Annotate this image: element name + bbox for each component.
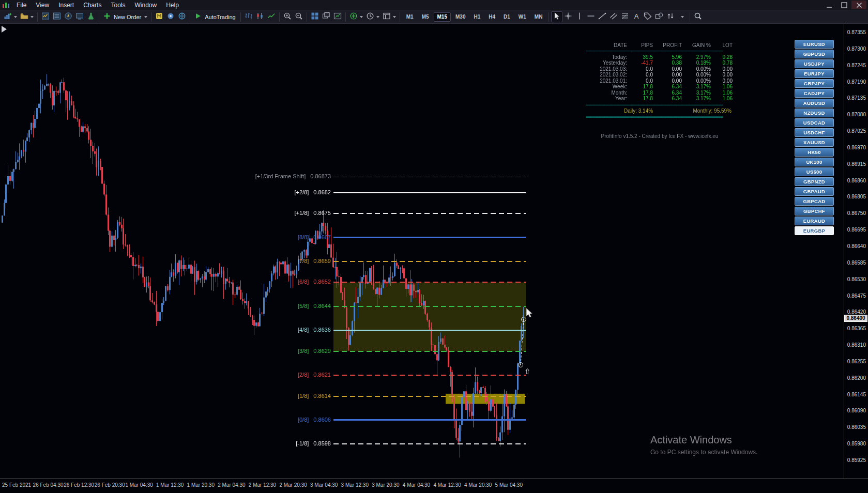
autotrading-button[interactable]: AutoTrading <box>192 11 238 22</box>
symbol-button-eurgbp[interactable]: EURGBP <box>795 226 834 235</box>
murrey-line-1-8[interactable] <box>333 443 526 444</box>
symbol-button-usdcad[interactable]: USDCAD <box>795 118 834 127</box>
murrey-line-1-8[interactable] <box>333 213 526 214</box>
symbol-button-usdchf[interactable]: USDCHF <box>795 128 834 137</box>
strategy-tester-button[interactable] <box>85 11 97 22</box>
text-button[interactable]: A <box>631 11 642 22</box>
candle-chart-button[interactable] <box>254 11 266 22</box>
zoom-in-button[interactable] <box>282 11 293 22</box>
timeframe-m5[interactable]: M5 <box>418 12 433 22</box>
close-button[interactable] <box>851 1 866 9</box>
symbol-button-audusd[interactable]: AUDUSD <box>795 99 834 107</box>
symbol-button-uk100[interactable]: UK100 <box>795 158 834 166</box>
arrow-up-marker[interactable]: ⇧ <box>524 367 531 376</box>
menu-file[interactable]: File <box>12 1 31 9</box>
timeframe-d1[interactable]: D1 <box>500 12 514 22</box>
cell: 1.06 <box>711 84 733 90</box>
navigator-button[interactable] <box>63 11 74 22</box>
symbol-button-gbpaud[interactable]: GBPAUD <box>795 187 834 196</box>
menu-help[interactable]: Help <box>161 1 184 9</box>
symbol-button-gbpusd[interactable]: GBPUSD <box>795 50 834 58</box>
indicators-button[interactable] <box>348 11 364 22</box>
terminal-button[interactable] <box>74 11 85 22</box>
symbol-button-eurjpy[interactable]: EURJPY <box>795 69 834 78</box>
templates-button[interactable] <box>381 11 398 22</box>
symbol-button-usdjpy[interactable]: USDJPY <box>795 59 834 68</box>
murrey-line-4-8[interactable] <box>333 330 526 331</box>
trendline-button[interactable] <box>597 11 608 22</box>
drawing-more-button[interactable] <box>676 11 688 22</box>
arrows-button[interactable] <box>665 11 676 22</box>
minimize-button[interactable] <box>821 1 836 9</box>
murrey-line-3-8[interactable] <box>333 351 526 352</box>
symbol-button-us500[interactable]: US500 <box>795 167 834 176</box>
price-label: 0.86310 <box>847 342 866 348</box>
price-label: 0.85980 <box>847 441 866 446</box>
chart-area[interactable]: [+1/3rd Frame Shift]0.86873[+2/8]0.8682[… <box>0 24 844 479</box>
cell: 0.00 <box>653 72 682 78</box>
murrey-line-1-8[interactable] <box>333 396 526 397</box>
timeframe-h1[interactable]: H1 <box>470 12 484 22</box>
auto-arrange-button[interactable] <box>321 11 332 22</box>
menu-charts[interactable]: Charts <box>79 1 106 9</box>
timeframe-m15[interactable]: M15 <box>434 12 451 22</box>
murrey-line-7-8[interactable] <box>333 261 526 262</box>
toolbar-group-search <box>692 11 704 22</box>
options-button[interactable] <box>165 11 176 22</box>
timeframe-m30[interactable]: M30 <box>452 12 469 22</box>
symbol-button-nzdusd[interactable]: NZDUSD <box>795 109 834 117</box>
murrey-line-8-8[interactable] <box>333 237 526 238</box>
community-button[interactable] <box>176 11 188 22</box>
search-button[interactable] <box>692 11 704 22</box>
text-label-button[interactable] <box>642 11 653 22</box>
data-window-button[interactable] <box>51 11 63 22</box>
symbol-button-cadjpy[interactable]: CADJPY <box>795 89 834 98</box>
bar-chart-button[interactable] <box>243 11 254 22</box>
murrey-line-6-8[interactable] <box>333 282 526 283</box>
new-chart-button[interactable] <box>2 11 19 22</box>
symbol-button-gbpnzd[interactable]: GBPNZD <box>795 177 834 186</box>
crosshair-button[interactable] <box>562 11 574 22</box>
content: [+1/3rd Frame Shift]0.86873[+2/8]0.8682[… <box>0 24 868 479</box>
app-icon[interactable] <box>2 1 11 9</box>
symbol-button-hk50[interactable]: HK50 <box>795 148 834 157</box>
murrey-line-2-8[interactable] <box>333 192 526 193</box>
profiles-button[interactable] <box>19 11 35 22</box>
menu-insert[interactable]: Insert <box>54 1 79 9</box>
equidistant-channel-button[interactable] <box>608 11 619 22</box>
new-order-button[interactable]: New Order <box>101 11 149 22</box>
symbol-button-gbpcad[interactable]: GBPCAD <box>795 197 834 206</box>
timeframe-mn[interactable]: MN <box>531 12 546 22</box>
murrey-line-5-8[interactable] <box>333 306 526 307</box>
symbol-button-eurusd[interactable]: EURUSD <box>795 40 834 49</box>
horizontal-line-button[interactable] <box>585 11 597 22</box>
timeframe-h4[interactable]: H4 <box>485 12 499 22</box>
menu-tools[interactable]: Tools <box>106 1 130 9</box>
metaeditor-button[interactable] <box>154 11 165 22</box>
price-scale[interactable]: 0.873550.873000.872450.871900.871350.870… <box>844 24 868 479</box>
periods-button[interactable] <box>364 11 381 22</box>
symbol-button-xauusd[interactable]: XAUUSD <box>795 138 834 147</box>
murrey-line-1-3rd-frame-shift[interactable] <box>333 177 526 177</box>
timeframe-m1[interactable]: M1 <box>403 12 417 22</box>
menu-view[interactable]: View <box>31 1 54 9</box>
time-axis[interactable]: 25 Feb 202126 Feb 04:3026 Feb 12:3026 Fe… <box>0 479 868 493</box>
murrey-line-2-8[interactable] <box>333 375 526 376</box>
menu-window[interactable]: Window <box>130 1 162 9</box>
maximize-button[interactable] <box>836 1 851 9</box>
line-chart-button[interactable] <box>266 11 277 22</box>
timeframe-w1[interactable]: W1 <box>515 12 530 22</box>
shapes-button[interactable] <box>653 11 665 22</box>
zoom-out-button[interactable] <box>293 11 304 22</box>
cursor-button[interactable] <box>551 11 562 22</box>
symbol-button-gbpjpy[interactable]: GBPJPY <box>795 79 834 88</box>
symbol-button-euraud[interactable]: EURAUD <box>795 217 834 225</box>
market-watch-button[interactable] <box>40 11 51 22</box>
tile-windows-button[interactable] <box>309 11 321 22</box>
murrey-line-0-8[interactable] <box>333 419 526 421</box>
vertical-line-button[interactable] <box>574 11 585 22</box>
fibonacci-retracement-button[interactable] <box>619 11 631 22</box>
toolbar-separator <box>400 12 400 22</box>
symbol-button-gbpchf[interactable]: GBPCHF <box>795 207 834 215</box>
chart-shift-button[interactable] <box>332 11 343 22</box>
